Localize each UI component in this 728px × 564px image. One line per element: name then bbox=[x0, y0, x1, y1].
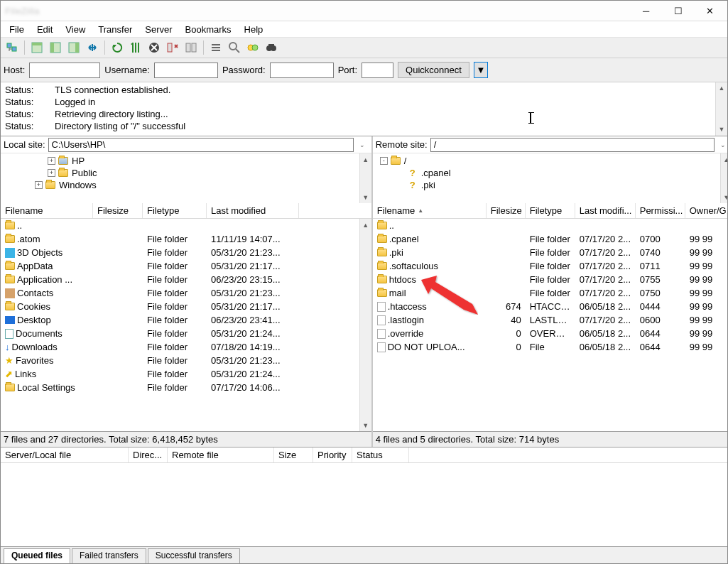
remote-path-input[interactable] bbox=[430, 138, 715, 152]
menu-help[interactable]: Help bbox=[239, 23, 269, 36]
remote-directory-tree[interactable]: -/?.cpanel?.pki ▲ ▼ bbox=[373, 153, 728, 203]
local-file-scrollbar[interactable]: ▲ ▼ bbox=[359, 219, 371, 431]
tree-expander[interactable]: + bbox=[48, 157, 55, 165]
tree-item[interactable]: -/ bbox=[376, 155, 728, 167]
tab-failed-transfers[interactable]: Failed transfers bbox=[72, 548, 146, 563]
file-row[interactable]: DO NOT UPLOA...0File06/05/18 2...064499 … bbox=[373, 340, 728, 354]
scroll-up-icon[interactable]: ▲ bbox=[360, 153, 371, 166]
file-row[interactable]: .htaccess674HTACCE...06/05/18 2...044499… bbox=[373, 300, 728, 313]
queue-column-header[interactable]: Size bbox=[274, 448, 313, 462]
tree-item[interactable]: +Public bbox=[4, 167, 369, 179]
tree-item[interactable]: +HP bbox=[4, 155, 369, 167]
file-row[interactable]: ★FavoritesFile folder05/31/20 21:23... bbox=[1, 354, 371, 367]
file-row[interactable]: Local SettingsFile folder07/17/20 14:06.… bbox=[1, 381, 371, 394]
maximize-button[interactable]: ☐ bbox=[662, 1, 694, 21]
scroll-up-icon[interactable]: ▲ bbox=[716, 82, 727, 94]
menu-file[interactable]: File bbox=[4, 23, 30, 36]
file-row[interactable]: .softaculousFile folder07/17/20 2...0711… bbox=[373, 259, 728, 273]
scroll-down-icon[interactable]: ▼ bbox=[360, 191, 371, 203]
column-header[interactable]: Permissi... bbox=[636, 203, 685, 218]
menu-view[interactable]: View bbox=[60, 23, 91, 36]
column-header[interactable]: Filename bbox=[1, 203, 93, 218]
file-row[interactable]: DesktopFile folder06/23/20 23:41... bbox=[1, 313, 371, 327]
tree-item[interactable]: +Windows bbox=[4, 179, 369, 191]
local-file-list[interactable]: FilenameFilesizeFiletypeLast modified ..… bbox=[1, 203, 371, 431]
host-input[interactable] bbox=[29, 63, 100, 78]
queue-column-header[interactable]: Priority bbox=[313, 448, 352, 462]
column-header[interactable]: Filesize bbox=[487, 203, 526, 218]
file-row[interactable]: .. bbox=[373, 219, 728, 232]
file-row[interactable]: CookiesFile folder05/31/20 21:17... bbox=[1, 300, 371, 313]
local-path-input[interactable] bbox=[48, 138, 354, 152]
port-input[interactable] bbox=[362, 63, 393, 78]
toggle-local-tree-button[interactable] bbox=[47, 39, 64, 56]
file-row[interactable]: .cpanelFile folder07/17/20 2...070099 99 bbox=[373, 232, 728, 246]
local-columns-header[interactable]: FilenameFilesizeFiletypeLast modified bbox=[1, 203, 371, 219]
local-path-dropdown-icon[interactable]: ⌄ bbox=[357, 139, 369, 151]
file-row[interactable]: mailFile folder07/17/20 2...075099 99 bbox=[373, 286, 728, 300]
compare-button[interactable] bbox=[244, 39, 261, 56]
file-row[interactable]: ↓DownloadsFile folder07/18/20 14:19... bbox=[1, 340, 371, 354]
local-tree-scrollbar[interactable]: ▲ ▼ bbox=[359, 153, 371, 203]
remote-path-dropdown-icon[interactable]: ⌄ bbox=[717, 139, 728, 151]
column-header[interactable]: Filesize bbox=[93, 203, 143, 218]
file-row[interactable]: htdocsFile folder07/17/20 2...075599 99 bbox=[373, 273, 728, 286]
file-row[interactable]: .. bbox=[1, 219, 371, 232]
column-header[interactable]: Owner/G... bbox=[685, 203, 728, 218]
file-row[interactable]: .lastlogin40LASTLO...07/17/20 2...060099… bbox=[373, 313, 728, 327]
menu-transfer[interactable]: Transfer bbox=[92, 23, 138, 36]
file-row[interactable]: 3D ObjectsFile folder05/31/20 21:23... bbox=[1, 246, 371, 259]
queue-columns-header[interactable]: Server/Local fileDirec...Remote fileSize… bbox=[1, 448, 727, 463]
close-button[interactable]: ✕ bbox=[694, 1, 726, 21]
queue-column-header[interactable]: Direc... bbox=[129, 448, 168, 462]
file-row[interactable]: .override0OVERRI...06/05/18 2...064499 9… bbox=[373, 327, 728, 340]
scroll-down-icon[interactable]: ▼ bbox=[716, 124, 727, 136]
menu-bookmarks[interactable]: Bookmarks bbox=[180, 23, 237, 36]
tab-successful-transfers[interactable]: Successful transfers bbox=[148, 548, 240, 563]
cancel-button[interactable] bbox=[146, 39, 163, 56]
log-scrollbar[interactable]: ▲ ▼ bbox=[715, 82, 727, 136]
quickconnect-button[interactable]: Quickconnect bbox=[398, 62, 469, 78]
process-queue-button[interactable] bbox=[127, 39, 144, 56]
tree-expander[interactable]: + bbox=[48, 169, 55, 177]
file-row[interactable]: .atomFile folder11/11/19 14:07... bbox=[1, 232, 371, 246]
refresh-button[interactable] bbox=[109, 39, 126, 56]
file-row[interactable]: ContactsFile folder05/31/20 21:23... bbox=[1, 286, 371, 300]
remote-tree-scrollbar[interactable]: ▲ ▼ bbox=[720, 153, 728, 203]
tab-queued-files[interactable]: Queued files bbox=[4, 548, 70, 563]
menu-server[interactable]: Server bbox=[139, 23, 178, 36]
file-row[interactable]: .pkiFile folder07/17/20 2...074099 99 bbox=[373, 246, 728, 259]
scroll-up-icon[interactable]: ▲ bbox=[360, 219, 371, 231]
quickconnect-dropdown[interactable]: ▼ bbox=[474, 62, 488, 78]
scroll-up-icon[interactable]: ▲ bbox=[721, 153, 728, 166]
tree-expander[interactable]: + bbox=[35, 181, 43, 189]
tree-item[interactable]: ?.pki bbox=[376, 179, 728, 191]
file-row[interactable]: AppDataFile folder05/31/20 21:17... bbox=[1, 259, 371, 273]
menu-edit[interactable]: Edit bbox=[31, 23, 58, 36]
file-row[interactable]: Application ...File folder06/23/20 23:15… bbox=[1, 273, 371, 286]
remote-columns-header[interactable]: Filename▲FilesizeFiletypeLast modifi...P… bbox=[373, 203, 728, 219]
column-header[interactable]: Last modifi... bbox=[575, 203, 636, 218]
scroll-down-icon[interactable]: ▼ bbox=[721, 191, 728, 203]
disconnect-button[interactable] bbox=[164, 39, 181, 56]
column-header[interactable]: Filename▲ bbox=[373, 203, 487, 218]
password-input[interactable] bbox=[270, 63, 334, 78]
queue-column-header[interactable]: Server/Local file bbox=[1, 448, 129, 462]
column-header[interactable]: Filetype bbox=[526, 203, 575, 218]
search-button[interactable] bbox=[226, 39, 243, 56]
queue-column-header[interactable]: Remote file bbox=[168, 448, 274, 462]
binoculars-button[interactable] bbox=[263, 39, 280, 56]
username-input[interactable] bbox=[154, 63, 218, 78]
toggle-log-button[interactable] bbox=[28, 39, 45, 56]
local-directory-tree[interactable]: +HP+Public+Windows ▲ ▼ bbox=[1, 153, 371, 203]
toggle-remote-tree-button[interactable] bbox=[65, 39, 82, 56]
site-manager-button[interactable] bbox=[4, 39, 21, 56]
column-header[interactable]: Filetype bbox=[143, 203, 207, 218]
tree-expander[interactable]: - bbox=[380, 157, 388, 165]
tree-item[interactable]: ?.cpanel bbox=[376, 167, 728, 179]
file-row[interactable]: DocumentsFile folder05/31/20 21:24... bbox=[1, 327, 371, 340]
reconnect-button[interactable] bbox=[183, 39, 200, 56]
remote-file-list[interactable]: Filename▲FilesizeFiletypeLast modifi...P… bbox=[373, 203, 728, 431]
scroll-down-icon[interactable]: ▼ bbox=[360, 419, 371, 431]
minimize-button[interactable]: ─ bbox=[630, 1, 662, 21]
